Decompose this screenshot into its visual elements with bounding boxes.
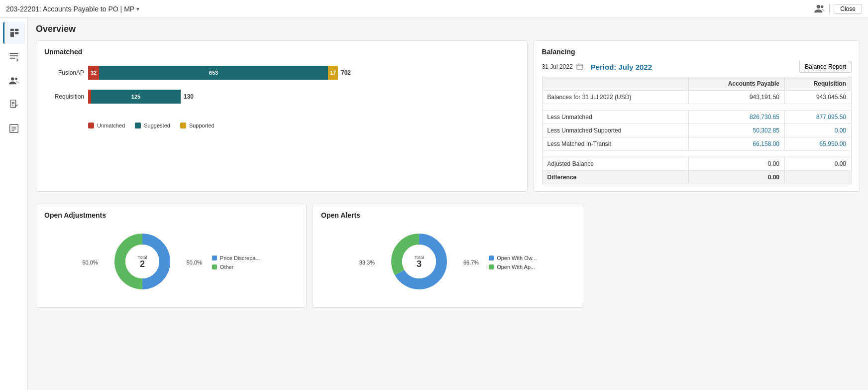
- table-row: Less Matched In-Transit 66,158.00 65,950…: [542, 137, 851, 151]
- fusionap-total: 702: [341, 69, 351, 76]
- col-header-req: Requisition: [785, 77, 852, 91]
- unmatched-title: Unmatched: [44, 48, 519, 56]
- fusionap-supported-bar: 17: [328, 66, 338, 80]
- bar-group-fusionap: 32 653 17 702: [88, 66, 519, 80]
- svg-point-1: [821, 5, 824, 8]
- bars-requisition: 125 130: [88, 90, 519, 104]
- row-req: 0.00: [785, 157, 852, 171]
- row-ap: 826,730.65: [689, 111, 785, 124]
- legend-unmatched: Unmatched: [88, 123, 125, 129]
- requisition-suggested-bar: 125: [91, 90, 181, 104]
- table-row: Balances for 31 Jul 2022 (USD) 943,191.5…: [542, 91, 851, 104]
- balancing-card: Balancing 31 Jul 2022 Period: July 2022 …: [534, 40, 860, 192]
- adj-pct-left: 50.0%: [82, 260, 98, 265]
- row-label: Difference: [542, 171, 688, 184]
- legend-label-unmatched: Unmatched: [97, 123, 125, 129]
- svg-rect-2: [10, 29, 14, 31]
- chevron-down-icon[interactable]: ▾: [136, 5, 139, 12]
- alerts-legend-item-2: Open With Ap...: [489, 264, 537, 270]
- svg-rect-15: [9, 125, 18, 133]
- period-label: Period: July 2022: [591, 63, 652, 71]
- adj-pct-right: 50.0%: [187, 260, 202, 265]
- alerts-legend: Open With Ow... Open With Ap...: [489, 255, 537, 270]
- sidebar-item-checklist[interactable]: [3, 118, 25, 139]
- alerts-legend-color-2: [489, 264, 494, 269]
- bar-chart: FusionAP 32 653 17 702 Requisition: [44, 61, 519, 119]
- table-row: Less Unmatched 826,730.65 877,095.50: [542, 111, 851, 124]
- row-req: 65,950.00: [785, 137, 852, 151]
- open-alerts-card: Open Alerts 33.3% Total 3: [313, 204, 583, 308]
- requisition-total: 130: [184, 93, 194, 100]
- legend-color-supported: [180, 123, 186, 129]
- fusionap-unmatched-bar: 32: [88, 66, 99, 80]
- alerts-legend-label-1: Open With Ow...: [497, 255, 537, 261]
- adj-legend-item-1: Price Discrepa...: [212, 255, 260, 261]
- open-alerts-title: Open Alerts: [321, 211, 575, 219]
- legend-supported: Supported: [180, 123, 215, 129]
- row-label: Less Unmatched Supported: [542, 124, 688, 137]
- balance-report-button[interactable]: Balance Report: [799, 61, 852, 73]
- alerts-donut-svg: Total 3: [387, 229, 451, 294]
- bar-row-requisition: Requisition 125 130: [44, 90, 519, 104]
- sidebar-item-overview[interactable]: [3, 22, 25, 44]
- spacer-row: [542, 104, 851, 111]
- open-adjustments-chart: 50.0% Total 2 50.0%: [44, 224, 298, 300]
- adj-donut-svg: Total 2: [110, 229, 175, 294]
- svg-rect-7: [9, 55, 18, 56]
- bar-row-fusionap: FusionAP 32 653 17 702: [44, 66, 519, 80]
- open-alerts-chart: 33.3% Total 3 66.7%: [321, 224, 575, 300]
- layout: Overview Unmatched FusionAP 32 653 17: [0, 18, 868, 390]
- balancing-date: 31 Jul 2022 Period: July 2022: [542, 63, 652, 71]
- divider: [829, 4, 830, 14]
- alerts-legend-label-2: Open With Ap...: [497, 264, 535, 270]
- adj-donut-wrapper: Total 2: [110, 229, 175, 295]
- svg-text:2: 2: [140, 259, 145, 269]
- legend-color-suggested: [135, 123, 141, 129]
- legend-suggested: Suggested: [135, 123, 170, 129]
- svg-point-10: [15, 78, 17, 80]
- open-adjustments-title: Open Adjustments: [44, 211, 298, 219]
- col-header-ap: Accounts Payable: [689, 77, 785, 91]
- title-text: 203-22201: Accounts Payable to PO | MP: [6, 5, 134, 13]
- sidebar-item-reports[interactable]: [3, 94, 25, 116]
- legend-label-suggested: Suggested: [144, 123, 170, 129]
- row-req: 943,045.50: [785, 91, 852, 104]
- balancing-title: Balancing: [542, 48, 852, 56]
- sidebar-item-contacts[interactable]: [3, 70, 25, 92]
- col-header-label: [542, 77, 688, 91]
- page-title: 203-22201: Accounts Payable to PO | MP ▾: [6, 5, 139, 13]
- sidebar: [0, 18, 28, 390]
- close-button[interactable]: Close: [834, 4, 862, 14]
- row-ap: 66,158.00: [689, 137, 785, 151]
- adj-legend-item-2: Other: [212, 264, 260, 270]
- main-content: Overview Unmatched FusionAP 32 653 17: [28, 18, 868, 390]
- balancing-header: 31 Jul 2022 Period: July 2022 Balance Re…: [542, 61, 852, 73]
- table-row: Less Unmatched Supported 50,302.85 0.00: [542, 124, 851, 137]
- row-req: 0.00: [785, 124, 852, 137]
- alerts-pct-left: 33.3%: [359, 260, 375, 265]
- bar-label-requisition: Requisition: [44, 93, 84, 100]
- bar-group-requisition: 125 130: [88, 90, 519, 104]
- row-label: Adjusted Balance: [542, 157, 688, 171]
- svg-point-9: [11, 77, 14, 80]
- adj-legend-color-2: [212, 264, 217, 269]
- adj-legend-label-1: Price Discrepa...: [220, 255, 260, 261]
- calendar-icon: [576, 63, 584, 71]
- chart-legend: Unmatched Suggested Supported: [88, 123, 519, 129]
- row-label: Less Matched In-Transit: [542, 137, 688, 151]
- user-icon: [814, 3, 825, 14]
- row-ap: 0.00: [689, 157, 785, 171]
- legend-color-unmatched: [88, 123, 94, 129]
- difference-row: Difference 0.00: [542, 171, 851, 184]
- alerts-pct-right: 66.7%: [463, 260, 479, 265]
- row-ap: 943,191.50: [689, 91, 785, 104]
- adj-legend: Price Discrepa... Other: [212, 255, 260, 270]
- svg-rect-5: [15, 32, 18, 34]
- bottom-row: Open Adjustments 50.0% Total 2 50.0: [36, 204, 860, 314]
- svg-rect-8: [9, 58, 15, 59]
- top-bar-right: Close: [814, 3, 862, 14]
- overview-title: Overview: [36, 24, 860, 34]
- alerts-donut-wrapper: Total 3: [387, 229, 451, 295]
- sidebar-item-reconcile[interactable]: [3, 46, 25, 68]
- row-ap: 0.00: [689, 171, 785, 184]
